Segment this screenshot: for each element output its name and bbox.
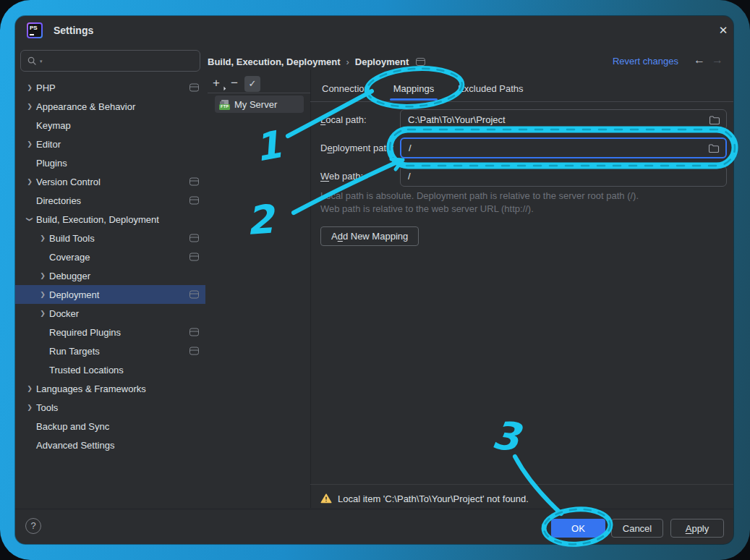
breadcrumb-item[interactable]: Deployment [355, 56, 409, 67]
toolbar-separator [208, 93, 310, 93]
warning-separator [310, 484, 733, 485]
search-input[interactable] [45, 55, 194, 67]
chevron-right-icon[interactable]: ❯ [23, 103, 36, 110]
sidebar-item-label: Tools [36, 402, 58, 413]
sidebar-item-label: Docker [49, 308, 79, 319]
ok-button[interactable]: OK [551, 519, 605, 538]
screen-icon [189, 328, 199, 336]
sidebar-item-label: Debugger [49, 271, 90, 281]
screen-icon [416, 58, 425, 66]
apply-button[interactable]: Apply [670, 519, 724, 538]
sidebar-item-label: Appearance & Behavior [36, 101, 135, 112]
ftp-server-icon: FTP [219, 99, 231, 110]
sidebar-tree-item[interactable]: ❯ PHP [15, 78, 205, 97]
chevron-right-icon[interactable]: ❯ [36, 234, 49, 242]
breadcrumb-item[interactable]: Build, Execution, Deployment [208, 56, 340, 67]
sidebar-tree-item[interactable]: ❯ Appearance & Behavior [15, 97, 205, 116]
screen-icon [189, 347, 199, 355]
tab-excluded-paths[interactable]: Excluded Paths [458, 76, 523, 101]
folder-browse-icon[interactable] [709, 115, 720, 125]
screen-icon [189, 291, 199, 299]
warning-row: Local item 'C:\Path\To\Your\Project' not… [320, 491, 529, 506]
use-as-default-toggle[interactable]: ✓ [244, 76, 260, 92]
chevron-right-icon[interactable]: ❯ [36, 310, 49, 317]
footer-separator [15, 509, 733, 509]
chevron-down-icon[interactable]: ❯ [26, 213, 33, 226]
screen-icon [189, 178, 199, 186]
breadcrumb: Build, Execution, Deployment › Deploymen… [208, 54, 425, 69]
chevron-right-icon[interactable]: ❯ [36, 291, 49, 298]
search-box[interactable]: ▾ [20, 50, 200, 72]
sidebar-item-label: Coverage [49, 252, 90, 263]
mapping-help-text: Local path is absolute. Deployment path … [320, 190, 639, 216]
sidebar-tree-item[interactable]: ❯ Docker [15, 304, 205, 323]
deployment-path-field[interactable] [400, 137, 727, 158]
sidebar-tree-item[interactable]: Directories [15, 191, 205, 210]
close-icon[interactable]: ✕ [714, 22, 733, 39]
screen-icon [189, 234, 199, 242]
server-list-item[interactable]: FTP My Server [215, 96, 304, 113]
folder-browse-icon[interactable] [708, 143, 720, 153]
sidebar-tree-item[interactable]: Run Targets [15, 341, 205, 360]
screenshot-canvas: PS Settings ✕ ▾ ❯ PHP ❯ Appearance & Beh… [0, 0, 750, 560]
sidebar-tree-item[interactable]: ❯ Languages & Frameworks [15, 379, 205, 398]
sidebar-item-label: Directories [36, 195, 81, 206]
sidebar-tree-item[interactable]: Required Plugins [15, 323, 205, 341]
panel-separator [310, 69, 311, 508]
back-arrow-icon[interactable]: ← [694, 54, 705, 67]
chevron-right-icon[interactable]: ❯ [23, 404, 36, 411]
sidebar-item-label: Backup and Sync [36, 421, 109, 432]
sidebar-item-label: Build Tools [49, 233, 95, 244]
sidebar-tree-item[interactable]: Coverage [15, 247, 205, 266]
local-path-input[interactable] [401, 110, 726, 130]
sidebar-tree-item[interactable]: Trusted Locations [15, 360, 205, 379]
chevron-right-icon[interactable]: ❯ [23, 140, 36, 148]
chevron-right-icon[interactable]: ❯ [23, 385, 36, 392]
remove-server-button[interactable]: − [227, 76, 242, 90]
revert-changes-link[interactable]: Revert changes [613, 56, 678, 67]
sidebar-tree-item[interactable]: Advanced Settings [15, 436, 205, 454]
chevron-right-icon[interactable]: ❯ [36, 272, 49, 279]
sidebar-item-label: Trusted Locations [49, 365, 124, 376]
deployment-path-label: Deployment path: [320, 137, 394, 158]
sidebar-tree-item[interactable]: ❯ Deployment [15, 285, 205, 304]
sidebar-tree-item[interactable]: ❯ Tools [15, 398, 205, 417]
add-server-button[interactable]: + [209, 76, 223, 90]
search-caret-icon: ▾ [40, 59, 43, 64]
chevron-right-icon[interactable]: ❯ [23, 84, 36, 91]
tab-connection[interactable]: Connection [322, 76, 370, 101]
forward-arrow-icon: → [712, 54, 723, 67]
deployment-path-input[interactable] [401, 139, 725, 157]
web-path-field[interactable] [400, 166, 727, 187]
screen-icon [189, 84, 199, 92]
deployment-tabs: Connection Mappings Excluded Paths [322, 76, 524, 101]
cancel-button[interactable]: Cancel [611, 519, 663, 538]
tab-mappings[interactable]: Mappings [393, 76, 434, 101]
sidebar-tree-item[interactable]: Keymap [15, 116, 205, 135]
sidebar-tree-item[interactable]: ❯ Debugger [15, 266, 205, 285]
sidebar-tree-item[interactable]: ❯ Build, Execution, Deployment [15, 210, 205, 229]
phpstorm-logo: PS [27, 22, 43, 38]
sidebar-item-label: Plugins [36, 158, 67, 169]
sidebar-tree-item[interactable]: ❯ Build Tools [15, 229, 205, 247]
local-path-field[interactable] [400, 109, 727, 130]
sidebar-item-label: Required Plugins [49, 327, 121, 338]
sidebar-tree-item[interactable]: Backup and Sync [15, 417, 205, 436]
breadcrumb-separator: › [346, 56, 349, 67]
web-path-input[interactable] [401, 166, 726, 186]
help-icon[interactable]: ? [25, 518, 41, 534]
chevron-right-icon[interactable]: ❯ [23, 178, 36, 185]
add-new-mapping-button[interactable]: Add New Mapping [320, 226, 419, 246]
sidebar-item-label: PHP [36, 82, 56, 93]
sidebar-tree-item[interactable]: ❯ Version Control [15, 172, 205, 191]
sidebar-tree-item[interactable]: ❯ Editor [15, 135, 205, 153]
settings-dialog: PS Settings ✕ ▾ ❯ PHP ❯ Appearance & Beh… [15, 16, 733, 544]
sidebar-item-label: Advanced Settings [36, 440, 114, 451]
page-title: Settings [54, 25, 93, 36]
server-name: My Server [234, 99, 277, 110]
sidebar-tree-item[interactable]: Plugins [15, 153, 205, 172]
screen-icon [189, 253, 199, 261]
local-path-label: Local path: [320, 109, 367, 130]
web-path-label: Web path: [320, 166, 363, 187]
warning-text: Local item 'C:\Path\To\Your\Project' not… [338, 493, 529, 504]
